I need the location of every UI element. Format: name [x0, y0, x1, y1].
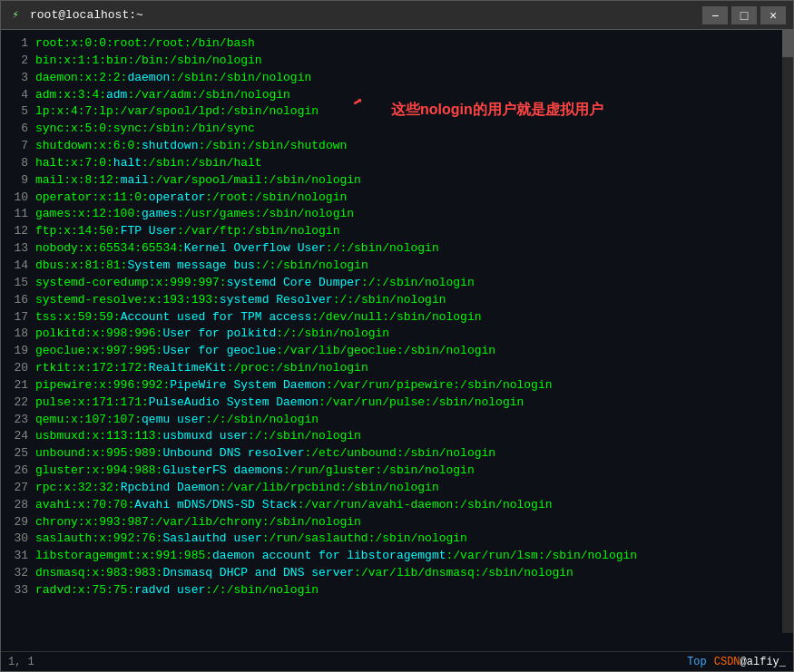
line-content: :/var/run/avahi-daemon:/sbin/nologin: [298, 497, 553, 514]
line-number: 6: [8, 121, 28, 138]
line-content: :/:/sbin/nologin: [276, 326, 389, 343]
line-number: 2: [8, 53, 28, 70]
maximize-button[interactable]: □: [731, 6, 757, 24]
line-content-highlight: User for geoclue: [162, 343, 276, 360]
line-number: 19: [8, 343, 28, 360]
statusbar: 1, 1 Top CSDN @alfiy_: [1, 651, 793, 671]
line-content: pulse:x:171:171:: [35, 394, 149, 412]
line-content: sync:x:5:0:sync:/sbin:/bin/sync: [35, 121, 255, 138]
line-content-highlight: Avahi mDNS/DNS-SD Stack: [134, 497, 297, 514]
line-content-highlight: radvd user: [134, 582, 205, 599]
line-content: adm:x:3:4:: [35, 87, 106, 104]
line-content-highlight: FTP User: [121, 223, 177, 240]
line-content: :/sbin:/sbin/shutdown: [198, 138, 347, 155]
csdn-label: CSDN: [714, 656, 740, 668]
table-row: 3 daemon:x:2:2:daemon:/sbin:/sbin/nologi…: [8, 70, 773, 87]
table-row: 18 polkitd:x:998:996:User for polkitd:/:…: [8, 326, 773, 343]
line-number: 33: [8, 582, 28, 599]
line-content: ftp:x:14:50:: [35, 223, 121, 240]
line-number: 29: [8, 514, 28, 531]
table-row: 2 bin:x:1:1:bin:/bin:/sbin/nologin: [8, 53, 773, 70]
line-content-highlight: shutdown: [142, 138, 198, 155]
line-content: :/sbin:/sbin/nologin: [170, 70, 311, 87]
window-title: root@localhost:~: [30, 8, 702, 22]
line-content: games:x:12:100:: [35, 206, 142, 223]
line-content: halt:x:7:0:: [35, 155, 113, 172]
table-row: 33 radvd:x:75:75:radvd user:/:/sbin/nolo…: [8, 582, 773, 599]
line-content: :/var/run/pulse:/sbin/nologin: [319, 394, 524, 412]
line-content: gluster:x:994:988:: [35, 463, 162, 480]
line-content: operator:x:11:0:: [35, 190, 149, 207]
line-content: pipewire:x:996:992:: [35, 377, 170, 394]
line-content-highlight: Kernel Overflow User: [184, 240, 326, 258]
line-number: 10: [8, 190, 28, 207]
terminal-window: ⚡ root@localhost:~ − □ × 这些nologin的用户就是虚…: [0, 0, 794, 672]
line-content: systemd-resolve:x:193:193:: [35, 292, 220, 309]
table-row: 16 systemd-resolve:x:193:193:systemd Res…: [8, 292, 773, 309]
line-content-highlight: PipeWire System Daemon: [170, 377, 326, 394]
table-row: 27 rpc:x:32:32:Rpcbind Daemon:/var/lib/r…: [8, 480, 773, 497]
line-content: daemon:x:2:2:: [35, 70, 127, 87]
line-content: radvd:x:75:75:: [35, 582, 134, 599]
line-content: polkitd:x:998:996:: [35, 326, 162, 343]
line-number: 32: [8, 565, 28, 582]
line-number: 20: [8, 360, 28, 377]
username-label: @alfiy_: [740, 656, 786, 668]
line-content: systemd-coredump:x:999:997:: [35, 275, 227, 292]
close-button[interactable]: ×: [760, 6, 786, 24]
line-content: :/var/ftp:/sbin/nologin: [177, 223, 339, 240]
line-content-highlight: System message bus: [127, 258, 254, 275]
line-content: qemu:x:107:107:: [35, 412, 142, 429]
line-content: tss:x:59:59:: [35, 309, 121, 326]
table-row: 8 halt:x:7:0:halt:/sbin:/sbin/halt: [8, 155, 773, 172]
table-row: 15 systemd-coredump:x:999:997:systemd Co…: [8, 275, 773, 292]
line-number: 11: [8, 206, 28, 223]
line-content: :/root:/sbin/nologin: [205, 190, 347, 207]
line-number: 13: [8, 240, 28, 258]
line-content: :/var/lib/rpcbind:/sbin/nologin: [220, 480, 439, 497]
table-row: 22 pulse:x:171:171:PulseAudio System Dae…: [8, 394, 773, 412]
table-row: 24 usbmuxd:x:113:113:usbmuxd user:/:/sbi…: [8, 428, 773, 445]
line-content-highlight: daemon: [127, 70, 170, 87]
line-content-highlight: qemu user: [142, 412, 205, 429]
terminal-body: 这些nologin的用户就是虚拟用户 ➡ 1 root:x:0:0:root:/…: [1, 30, 793, 651]
line-content-highlight: adm: [106, 87, 127, 104]
table-row: 9 mail:x:8:12:mail:/var/spool/mail:/sbin…: [8, 172, 773, 190]
titlebar: ⚡ root@localhost:~ − □ ×: [1, 1, 793, 30]
cursor-position: 1, 1: [8, 656, 34, 668]
table-row: 19 geoclue:x:997:995:User for geoclue:/v…: [8, 343, 773, 360]
line-content-highlight: games: [142, 206, 177, 223]
line-number: 31: [8, 548, 28, 565]
line-number: 16: [8, 292, 28, 309]
line-content-highlight: Dnsmasq DHCP and DNS server: [162, 565, 354, 582]
line-content: :/:/sbin/nologin: [205, 412, 319, 429]
line-number: 15: [8, 275, 28, 292]
scrollbar-thumb[interactable]: [782, 30, 793, 57]
line-number: 12: [8, 223, 28, 240]
line-content-highlight: daemon account for libstoragemgmt: [212, 548, 446, 565]
line-content: :/var/adm:/sbin/nologin: [127, 87, 289, 104]
scroll-indicator: Top: [687, 656, 707, 668]
line-content-highlight: Saslauthd user: [162, 531, 261, 548]
line-content: :/var/lib/dnsmasq:/sbin/nologin: [354, 565, 573, 582]
line-content: dbus:x:81:81:: [35, 258, 127, 275]
table-row: 6 sync:x:5:0:sync:/sbin:/bin/sync: [8, 121, 773, 138]
line-content: mail:x:8:12:: [35, 172, 121, 190]
line-content-highlight: systemd Core Dumper: [227, 275, 361, 292]
minimize-button[interactable]: −: [702, 6, 728, 24]
line-content: bin:x:1:1:bin:/bin:/sbin/nologin: [35, 53, 262, 70]
line-number: 28: [8, 497, 28, 514]
line-number: 7: [8, 138, 28, 155]
line-number: 14: [8, 258, 28, 275]
table-row: 1 root:x:0:0:root:/root:/bin/bash: [8, 35, 773, 53]
line-content-highlight: User for polkitd: [162, 326, 276, 343]
line-content: rtkit:x:172:172:: [35, 360, 149, 377]
line-content: :/:/sbin/nologin: [205, 582, 319, 599]
line-content: chrony:x:993:987:/var/lib/chrony:/sbin/n…: [35, 514, 361, 531]
table-row: 7 shutdown:x:6:0:shutdown:/sbin:/sbin/sh…: [8, 138, 773, 155]
line-content-highlight: mail: [121, 172, 149, 190]
line-content: libstoragemgmt:x:991:985:: [35, 548, 212, 565]
scrollbar[interactable]: [782, 30, 793, 633]
line-content: :/var/run/pipewire:/sbin/nologin: [326, 377, 553, 394]
content-area: 1 root:x:0:0:root:/root:/bin/bash 2 bin:…: [8, 35, 786, 646]
